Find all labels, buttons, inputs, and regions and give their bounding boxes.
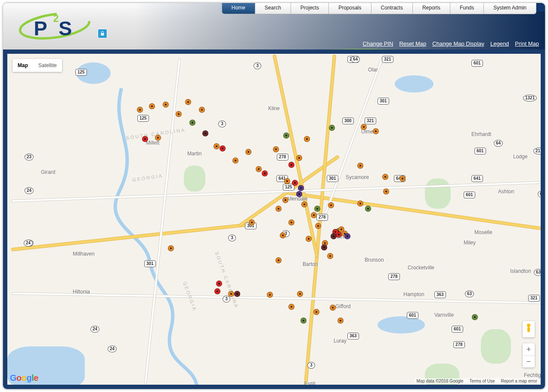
- route-shield: 301: [327, 175, 338, 182]
- map-marker[interactable]: [472, 314, 478, 320]
- town-label: Hiltonia: [73, 289, 90, 295]
- map-marker[interactable]: [337, 318, 344, 324]
- map-marker[interactable]: [137, 107, 143, 113]
- map-marker[interactable]: [202, 130, 208, 136]
- road: [12, 293, 541, 304]
- link-change-map-display[interactable]: Change Map Display: [432, 40, 484, 47]
- nav-tab-funds[interactable]: Funds: [450, 3, 484, 14]
- map-marker[interactable]: [344, 233, 350, 239]
- map-marker[interactable]: [327, 253, 333, 259]
- report-error-link[interactable]: Report a map error: [501, 379, 537, 383]
- map-canvas[interactable]: MapSatellite + − Google Map data ©2016 G…: [7, 54, 541, 385]
- map-marker[interactable]: [142, 136, 148, 142]
- map-marker[interactable]: [365, 206, 371, 212]
- map-marker[interactable]: [199, 107, 205, 113]
- map-marker[interactable]: [329, 125, 335, 131]
- nav-tab-proposals[interactable]: Proposals: [329, 3, 371, 14]
- map-marker[interactable]: [383, 188, 389, 194]
- map-marker[interactable]: [300, 318, 307, 324]
- map-marker[interactable]: [214, 143, 220, 149]
- route-shield: 641: [471, 175, 483, 182]
- link-legend[interactable]: Legend: [490, 40, 509, 47]
- map-marker[interactable]: [256, 166, 262, 172]
- map-marker[interactable]: [267, 292, 273, 298]
- town-label: Millett: [146, 140, 159, 146]
- map-marker[interactable]: [234, 291, 240, 297]
- map-marker[interactable]: [315, 223, 321, 229]
- map-marker[interactable]: [304, 136, 310, 142]
- river: [7, 54, 541, 385]
- map-marker[interactable]: [399, 176, 406, 182]
- map-marker[interactable]: [185, 99, 191, 105]
- map-marker[interactable]: [361, 124, 367, 130]
- zoom-out-button[interactable]: −: [523, 355, 535, 367]
- map-marker[interactable]: [284, 178, 290, 184]
- map-marker[interactable]: [276, 206, 282, 212]
- map-marker[interactable]: [282, 197, 288, 203]
- route-shield: 278: [388, 273, 400, 280]
- map-marker[interactable]: [288, 219, 294, 225]
- map-marker[interactable]: [357, 201, 363, 207]
- map-marker[interactable]: [276, 257, 282, 263]
- map-marker[interactable]: [288, 304, 294, 310]
- map-marker[interactable]: [283, 133, 289, 139]
- link-print-map[interactable]: Print Map: [515, 40, 539, 47]
- map-marker[interactable]: [292, 180, 298, 186]
- map-marker[interactable]: [357, 163, 363, 169]
- map-marker[interactable]: [214, 288, 220, 294]
- map-marker[interactable]: [331, 233, 337, 239]
- water-area: [378, 316, 425, 333]
- google-logo: Google: [10, 373, 38, 383]
- route-shield: 23: [25, 154, 34, 161]
- nav-tab-projects[interactable]: Projects: [291, 3, 329, 14]
- town-label: Allendale: [286, 196, 307, 202]
- map-marker[interactable]: [313, 309, 319, 315]
- nav-tab-home[interactable]: Home: [222, 3, 255, 14]
- map-marker[interactable]: [249, 219, 255, 225]
- map-marker[interactable]: [311, 212, 317, 218]
- nav-tab-reports[interactable]: Reports: [413, 3, 450, 14]
- map-marker[interactable]: [328, 202, 334, 208]
- map-marker[interactable]: [245, 149, 251, 155]
- map-marker[interactable]: [373, 128, 379, 134]
- map-marker[interactable]: [306, 236, 312, 242]
- map-marker[interactable]: [273, 146, 279, 152]
- map-marker[interactable]: [298, 185, 304, 191]
- map-data-text: Map data ©2016 Google: [416, 379, 463, 383]
- map-marker[interactable]: [189, 120, 195, 126]
- map-marker[interactable]: [296, 155, 302, 161]
- map-marker[interactable]: [228, 291, 234, 297]
- map-marker[interactable]: [314, 206, 320, 212]
- town-label: Millhaven: [73, 251, 95, 257]
- map-marker[interactable]: [220, 145, 226, 151]
- streetview-pegman[interactable]: [523, 321, 535, 337]
- map-marker[interactable]: [168, 245, 174, 251]
- map-type-map[interactable]: Map: [12, 59, 33, 72]
- town-label: Hampton: [403, 291, 424, 297]
- map-marker[interactable]: [232, 157, 238, 164]
- map-marker[interactable]: [297, 291, 303, 297]
- terms-link[interactable]: Terms of Use: [470, 379, 495, 383]
- map-marker[interactable]: [280, 232, 286, 238]
- map-marker[interactable]: [262, 170, 268, 176]
- map-marker[interactable]: [382, 174, 388, 180]
- nav-tab-system-admin[interactable]: System Admin: [484, 3, 536, 14]
- map-marker[interactable]: [149, 103, 155, 109]
- map-marker[interactable]: [321, 244, 327, 250]
- nav-tab-contracts[interactable]: Contracts: [372, 3, 413, 14]
- lock-icon[interactable]: [98, 29, 107, 38]
- map-marker[interactable]: [216, 281, 222, 287]
- map-marker[interactable]: [155, 135, 161, 141]
- link-reset-map[interactable]: Reset Map: [399, 40, 426, 47]
- map-marker[interactable]: [296, 191, 302, 197]
- map-marker[interactable]: [301, 201, 307, 207]
- map-marker[interactable]: [163, 102, 169, 108]
- map-marker[interactable]: [288, 162, 294, 168]
- link-change-pin[interactable]: Change PIN: [363, 40, 393, 47]
- nav-tab-search[interactable]: Search: [255, 3, 291, 14]
- map-marker[interactable]: [330, 305, 336, 311]
- map-marker[interactable]: [176, 111, 182, 117]
- map-type-satellite[interactable]: Satellite: [33, 59, 62, 72]
- zoom-in-button[interactable]: +: [523, 343, 535, 355]
- route-shield: 321: [382, 56, 393, 63]
